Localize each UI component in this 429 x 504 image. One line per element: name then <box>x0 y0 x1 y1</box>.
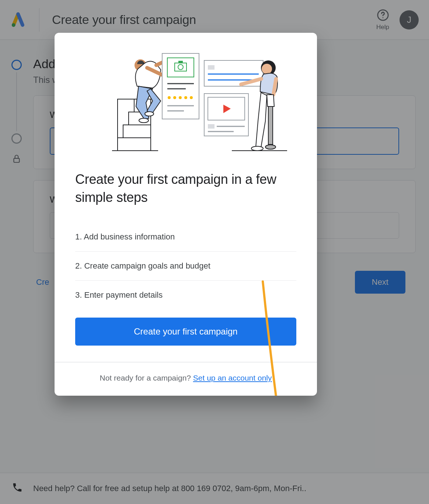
svg-point-24 <box>184 96 187 99</box>
step-item-2: 2. Create campaign goals and budget <box>75 252 296 281</box>
svg-point-23 <box>179 96 182 99</box>
steps-list: 1. Add business information 2. Create ca… <box>75 223 296 309</box>
step-item-3: 3. Enter payment details <box>75 281 296 309</box>
modal-title: Create your first campaign in a few simp… <box>75 171 296 206</box>
svg-rect-29 <box>208 65 214 70</box>
svg-rect-8 <box>123 125 151 138</box>
svg-point-12 <box>139 118 149 123</box>
svg-point-13 <box>145 112 154 116</box>
svg-point-21 <box>168 96 171 99</box>
create-campaign-button[interactable]: Create your first campaign <box>75 318 296 346</box>
svg-point-25 <box>190 96 193 99</box>
svg-rect-32 <box>204 94 248 136</box>
svg-rect-18 <box>178 61 183 63</box>
setup-account-only-link[interactable]: Set up an account only <box>193 374 272 382</box>
footer-question: Not ready for a campaign? <box>100 374 193 382</box>
svg-point-39 <box>251 146 263 151</box>
svg-point-37 <box>262 64 272 74</box>
svg-rect-34 <box>208 124 214 129</box>
svg-point-22 <box>173 96 176 99</box>
step-item-1: 1. Add business information <box>75 223 296 252</box>
modal-footer: Not ready for a campaign? Set up an acco… <box>55 362 317 396</box>
svg-point-40 <box>265 145 276 149</box>
svg-rect-38 <box>268 105 273 144</box>
modal-illustration <box>55 48 317 160</box>
svg-rect-7 <box>118 138 151 151</box>
onboarding-modal: Create your first campaign in a few simp… <box>55 33 317 396</box>
